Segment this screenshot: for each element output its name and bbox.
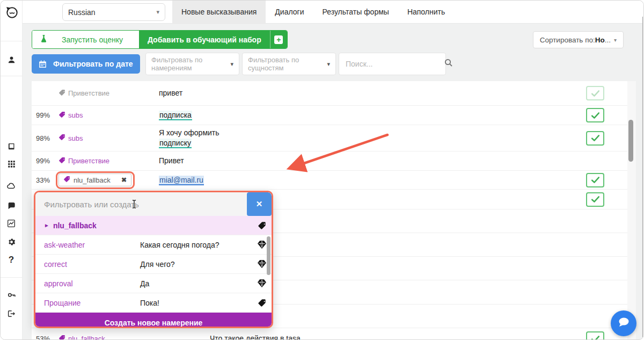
chat-bubble-icon [617,316,631,331]
confidence-value: 99% [36,111,58,119]
intent-tag-editable[interactable]: nlu_fallback✖ [58,173,131,186]
logo[interactable] [1,5,22,20]
selected-play-icon: ► [44,222,49,228]
intent-name: nlu_fallback [68,335,105,340]
approve-utterance-button[interactable] [586,108,604,122]
search-icon [444,58,453,70]
intent-tag[interactable]: subs [58,134,159,142]
utterance-row: 33%nlu_fallback✖mial@mail.ru [32,171,627,190]
popup-scrollbar-thumb[interactable] [267,236,270,275]
calendar-icon [32,60,53,69]
support-chat-button[interactable] [611,310,636,336]
approve-utterance-button[interactable] [586,131,604,146]
divider [1,41,22,41]
approve-utterance-button[interactable] [586,331,604,340]
utterance-text: привет [159,88,586,98]
intent-name: Приветствие [68,89,109,97]
utterance-row: 99%ПриветствиеПривет [32,151,627,171]
intent-filter-input[interactable] [35,200,247,209]
approve-utterance-button[interactable] [586,86,604,100]
confidence-value: 33% [36,176,58,184]
close-popup-button[interactable]: ✕ [247,192,272,216]
utterance-text: Я хочу оформитьподписку [159,128,586,148]
confidence-value: 99% [36,157,58,165]
api-key-icon[interactable] [1,287,22,302]
training-actions-group: Запустить оценку Добавить в обучающий на… [32,30,288,49]
divider [1,277,22,278]
utterance-text: Что такое действия в tasa [159,334,586,340]
utterance-row: 99%subsподписка [32,106,627,125]
approve-utterance-button[interactable] [586,173,604,187]
chevron-down-icon: ▾ [323,60,330,68]
chevron-down-icon: ▾ [156,9,159,16]
top-tab[interactable]: Диалоги [266,1,313,23]
knowledge-base-icon[interactable] [1,139,22,154]
divider [1,76,22,76]
search-input[interactable] [345,59,444,69]
intent-name: subs [68,111,83,119]
sort-by-button[interactable]: Сортировать по: Но ... ▾ [533,31,624,48]
intent-option[interactable]: ask-weatherКакая сегодня погода? [35,235,272,255]
top-tab[interactable]: Новые высказывания [172,1,266,23]
intent-tag[interactable]: Приветствие [58,89,159,98]
utterance-text-part: Я хочу оформить [159,128,219,137]
add-to-training-set-button[interactable]: Добавить в обучающий набор [139,31,270,48]
intent-option-name: correct [35,260,140,269]
intent-name: subs [68,134,83,142]
intent-example-text: Для чего? [140,260,252,269]
add-plus-button[interactable]: + [270,31,287,48]
sidebar: ? [1,1,23,340]
language-selector[interactable]: Russian ▾ [62,3,165,21]
filter-by-date-button[interactable]: Фильтровать по дате [32,54,140,74]
top-bar: Russian ▾ Новые высказыванияДиалогиРезул… [22,1,644,24]
help-icon[interactable]: ? [1,252,22,267]
tag-icon [63,176,70,184]
analytics-icon[interactable] [1,216,22,231]
entity-highlight: mial@mail.ru [159,176,204,185]
intent-tag[interactable]: subs [58,111,159,120]
logout-icon[interactable] [1,306,22,321]
entity-highlight: подписка [159,111,192,120]
intent-option-name: ►nlu_fallback [35,221,140,230]
settings-gear-icon[interactable] [1,234,22,249]
filter-by-intents-dropdown[interactable]: Фильтровать по намерениям ▾ [145,53,239,75]
intent-option[interactable]: ПрощаниеПока! [35,293,272,313]
top-tab[interactable]: Результаты формы [313,1,398,23]
inbox-cloud-icon[interactable] [1,178,22,193]
intent-name: Приветствие [68,157,109,165]
tag-icon [58,157,65,165]
apps-grid-icon[interactable] [1,156,22,171]
intent-option-name: Прощание [35,299,140,307]
filter-by-entities-dropdown[interactable]: Фильтровать по сущностям ▾ [242,53,336,75]
tag-icon [58,89,65,98]
utterance-text: mial@mail.ru [159,175,586,185]
language-value: Russian [68,8,96,17]
intent-name: nlu_fallback [74,176,111,184]
intent-tag[interactable]: Приветствие [58,157,159,165]
entity-highlight: подписку [159,139,192,148]
app-window: ? Russian ▾ Новые высказыванияДиалогиРез… [0,0,644,340]
utterance-text: Привет [159,156,627,166]
scrollbar-thumb[interactable] [628,120,633,162]
intent-list: ►nlu_fallbackask-weatherКакая сегодня по… [35,216,272,313]
utterance-row: Приветствиепривет [32,81,627,106]
intent-picker-popup: ✕ ►nlu_fallbackask-weatherКакая сегодня … [34,191,273,328]
utterance-text-part: Что такое действия в tasa [210,334,301,340]
create-new-intent-button[interactable]: Создать новое намерение [35,313,272,328]
run-evaluation-button[interactable]: Запустить оценку [32,31,139,48]
remove-intent-icon[interactable]: ✖ [121,176,127,184]
intent-tag[interactable]: nlu_fallback [58,335,159,340]
plus-icon: + [274,35,283,44]
text-cursor-icon [131,199,137,211]
intent-column[interactable]: nlu_fallback✖ [58,173,159,186]
chat-icon[interactable] [1,198,22,213]
utterance-row: 98%subsЯ хочу оформитьподписку [32,125,627,151]
intent-option[interactable]: ►nlu_fallback [35,216,272,235]
intent-option[interactable]: approvalДа [35,274,272,293]
search-box [339,53,446,75]
intent-option[interactable]: correctДля чего? [35,255,272,274]
top-tab[interactable]: Наполнить [398,1,454,23]
profile-icon[interactable] [1,52,22,67]
tag-icon [58,134,65,142]
approve-utterance-button[interactable] [586,192,604,207]
